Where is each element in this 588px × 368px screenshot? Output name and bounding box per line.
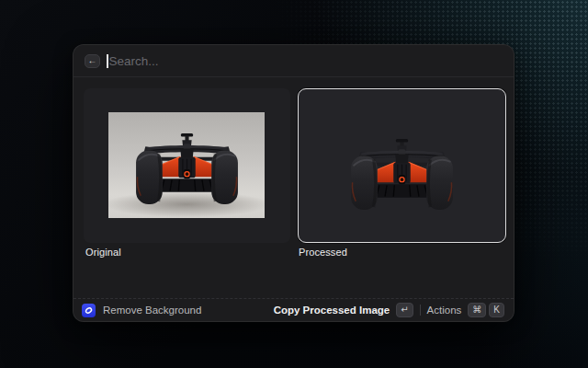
search-input[interactable] xyxy=(109,54,503,68)
back-button[interactable]: ← xyxy=(85,54,100,68)
search-bar: ← xyxy=(74,45,514,77)
cmd-key-badge: ⌘ xyxy=(468,303,486,317)
original-image xyxy=(108,112,265,218)
f1-car-illustration xyxy=(350,139,454,210)
return-key-badge: ↵ xyxy=(396,303,413,317)
remove-background-icon xyxy=(82,304,96,317)
arrow-left-icon: ← xyxy=(88,56,97,65)
original-preview-panel[interactable] xyxy=(84,88,290,243)
command-name: Remove Background xyxy=(103,305,201,316)
f1-car-illustration xyxy=(135,133,239,204)
actions-shortcut: ⌘ K xyxy=(468,303,504,317)
actions-button[interactable]: Actions xyxy=(427,305,462,316)
text-caret xyxy=(107,54,108,68)
original-label: Original xyxy=(85,247,121,258)
command-window: ← Original Processed Remove Background C… xyxy=(73,44,514,322)
k-key-badge: K xyxy=(489,303,504,317)
processed-preview-panel[interactable] xyxy=(298,88,506,243)
footer-right-group: Copy Processed Image ↵ Actions ⌘ K xyxy=(274,303,504,317)
footer-separator xyxy=(420,305,421,316)
copy-processed-image-button[interactable]: Copy Processed Image xyxy=(274,305,390,316)
processed-label: Processed xyxy=(299,247,347,258)
footer-action-bar: Remove Background Copy Processed Image ↵… xyxy=(74,298,514,321)
